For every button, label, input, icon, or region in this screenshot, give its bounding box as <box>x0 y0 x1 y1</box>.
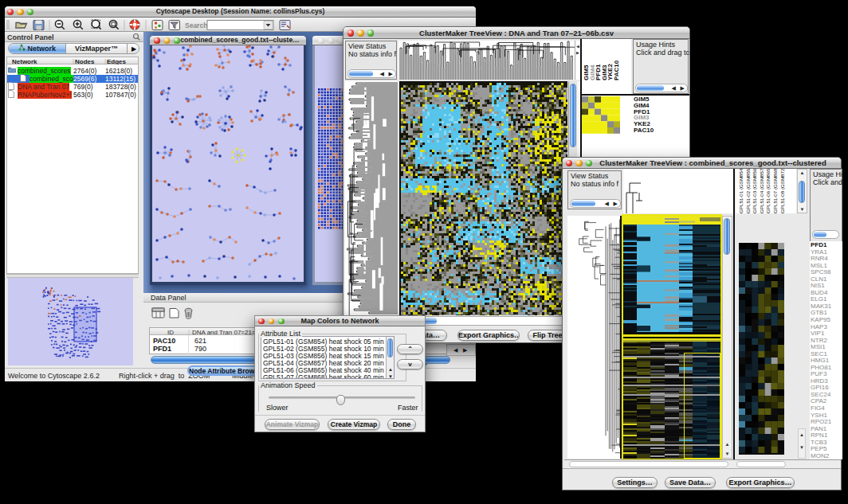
svg-text:Search:: Search: <box>185 21 210 29</box>
